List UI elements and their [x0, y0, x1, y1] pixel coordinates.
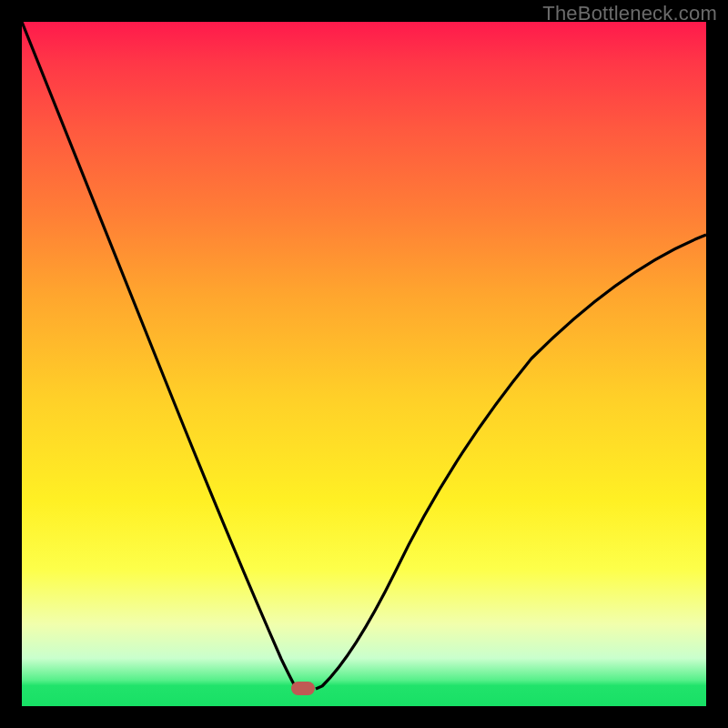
chart-frame: TheBottleneck.com: [0, 0, 728, 728]
chart-plot-area: [22, 22, 706, 706]
curve-right-branch: [316, 235, 706, 689]
curve-left-branch: [22, 22, 301, 689]
watermark-text: TheBottleneck.com: [542, 2, 717, 25]
bottleneck-curve: [22, 22, 706, 706]
optimum-marker: [291, 682, 315, 695]
